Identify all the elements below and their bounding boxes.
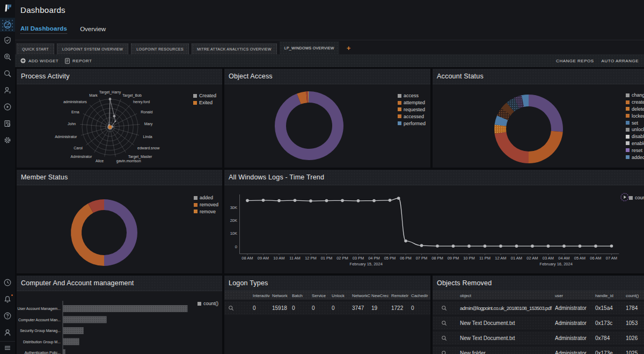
table-cell: 0 [292, 301, 311, 315]
legend-item[interactable]: deleted [626, 106, 644, 113]
legend-item[interactable]: requested [398, 106, 426, 113]
x-tick-label: 09 AM [258, 256, 269, 261]
legend-swatch [398, 94, 401, 98]
widget-header[interactable]: All Windows Logs - Time Trend [224, 170, 644, 185]
radar-data-point [109, 98, 112, 100]
donut-chart[interactable] [433, 84, 644, 167]
add-circle-icon [20, 58, 26, 63]
chart-legend: changedcreateddeletedlockedsetunlockeddi… [626, 92, 644, 161]
legend-item[interactable]: removed [194, 201, 218, 208]
line-data-point [594, 244, 597, 248]
logpoint-logo[interactable] [0, 0, 15, 16]
main-column: Dashboards All DashboardsOverview QUICK … [15, 0, 644, 354]
sidebar-item-clock[interactable] [0, 274, 15, 291]
add-widget-button[interactable]: ADD WIDGET [20, 58, 58, 63]
sidebar-item-user[interactable] [0, 324, 15, 341]
y-tick-label: 10K [230, 231, 237, 236]
play-circle-icon[interactable] [620, 193, 629, 201]
report-button[interactable]: REPORT [65, 58, 92, 64]
x-tick-label: 02 AM [526, 256, 538, 261]
sidebar-item-bell[interactable] [0, 291, 15, 307]
legend-item[interactable]: created [626, 99, 644, 106]
sidebar-item-help-circle[interactable] [0, 307, 15, 324]
dashboard-tab-mitre-attack-analytics-overview[interactable]: MITRE ATTACK ANALYTICS OVERVIEW [192, 44, 277, 54]
widget-header[interactable]: Objects Removed [433, 276, 644, 291]
dashboard-tab-logpoint-system-overview[interactable]: LOGPOINT SYSTEM OVERVIEW [57, 44, 129, 54]
legend-item[interactable]: Created [193, 92, 216, 99]
search-icon[interactable] [441, 331, 450, 345]
change-repos-button[interactable]: CHANGE REPOS [556, 59, 594, 63]
legend-item[interactable]: count() [629, 194, 644, 201]
search-icon[interactable] [441, 346, 450, 354]
x-tick-label: 07 AM [606, 256, 617, 261]
table-header-cell: CachedIr [411, 291, 430, 300]
widget-header[interactable]: Account Status [433, 69, 644, 84]
table-row[interactable]: New Text Document.txtAdministrator0x173c… [433, 316, 644, 330]
widget-header[interactable]: Object Access [224, 69, 430, 84]
legend-item[interactable]: remove [194, 208, 218, 215]
legend-item[interactable]: set [626, 119, 644, 126]
donut-chart[interactable] [17, 185, 222, 273]
sidebar-item-search-gear[interactable] [0, 48, 15, 65]
legend-item[interactable]: performed [398, 120, 426, 127]
dashboard-tab-quick-start[interactable]: QUICK START [17, 44, 54, 54]
sidebar-item-play-circle[interactable] [0, 98, 15, 115]
radar-axis-label: Administrator [55, 135, 77, 139]
sidebar-item-report-gear[interactable] [0, 115, 15, 132]
notification-dot [11, 294, 13, 297]
legend-item[interactable]: added [194, 194, 218, 201]
sidebar-item-search[interactable] [0, 65, 15, 82]
tab-overview[interactable]: Overview [80, 26, 106, 34]
legend-swatch [626, 155, 630, 159]
bar-category-label: Security Group Manag... [20, 329, 61, 333]
sidebar-item-menu-list[interactable] [0, 342, 15, 354]
dashboard-tab-logpoint-resources[interactable]: LOGPOINT RESOURCES [131, 44, 189, 54]
table-cell: admin@logpoint.co.uk_20180108_153503.pdf [460, 301, 554, 315]
legend-item[interactable]: disabled [626, 133, 644, 140]
legend-label: enabled [632, 141, 644, 146]
legend-label: count() [635, 195, 644, 200]
sidebar-item-settings-gear[interactable] [0, 132, 15, 148]
legend-item[interactable]: access [398, 92, 426, 99]
add-dashboard-button[interactable]: + [343, 41, 354, 54]
legend-label: accessed [404, 114, 424, 119]
legend-item[interactable]: enabled [626, 140, 644, 147]
legend-item[interactable]: unlocked [626, 126, 644, 133]
search-icon[interactable] [441, 316, 450, 330]
widget-header[interactable]: Computer And Account management [17, 276, 222, 291]
line-data-point [341, 199, 344, 203]
sidebar-item-dashboard-gauge[interactable] [0, 18, 15, 32]
search-icon[interactable] [441, 301, 450, 315]
tab-all-dashboards[interactable]: All Dashboards [20, 25, 67, 34]
table-row[interactable]: New Text Document.txtAdministrator0x7841… [433, 331, 644, 345]
report-gear-icon [3, 119, 12, 128]
sidebar-item-shield-check[interactable] [0, 32, 15, 48]
legend-item[interactable]: attempted [398, 99, 426, 106]
widget-title: Account Status [437, 73, 484, 80]
table-row[interactable]: New folderAdministrator0x173e1025 [433, 346, 644, 354]
legend-item[interactable]: accessed [398, 113, 426, 120]
table-row[interactable]: 01591800037471917220 [224, 301, 430, 315]
radar-chart[interactable]: Target_HarryTarget_Bobhenry.fordRonaldMa… [17, 84, 222, 167]
donut-slice-removed [71, 204, 104, 266]
sidebar-item-user-list[interactable] [0, 82, 15, 98]
legend-item[interactable]: reset [626, 147, 644, 154]
auto-arrange-button[interactable]: AUTO ARRANGE [602, 59, 639, 63]
legend-swatch [194, 196, 197, 200]
search-icon[interactable] [228, 301, 237, 315]
legend-item[interactable]: count() [197, 300, 218, 307]
table-row[interactable]: admin@logpoint.co.uk_20180108_153503.pdf… [433, 301, 644, 315]
legend-item[interactable]: added [626, 154, 644, 161]
legend-item[interactable]: Exited [193, 99, 216, 106]
widget-header[interactable]: Logon Types [224, 276, 430, 291]
dashboard-tab-lp_windows-overview[interactable]: LP_WINDOWS OVERVIEW [280, 41, 339, 54]
widget-header[interactable]: Member Status [17, 170, 222, 185]
legend-label: requested [404, 107, 425, 112]
bar-chart[interactable]: User Account Managem...Computer Account … [17, 291, 222, 354]
widget-header[interactable]: Process Activity [17, 69, 222, 84]
legend-item[interactable]: changed [626, 92, 644, 99]
x-tick-label: 01 PM [321, 256, 333, 261]
widget-title: Objects Removed [437, 279, 492, 287]
legend-item[interactable]: locked [626, 112, 644, 119]
line-chart[interactable]: 010K20K30K08 AM09 AM10 AM11 AM12 PM01 PM… [224, 185, 643, 273]
